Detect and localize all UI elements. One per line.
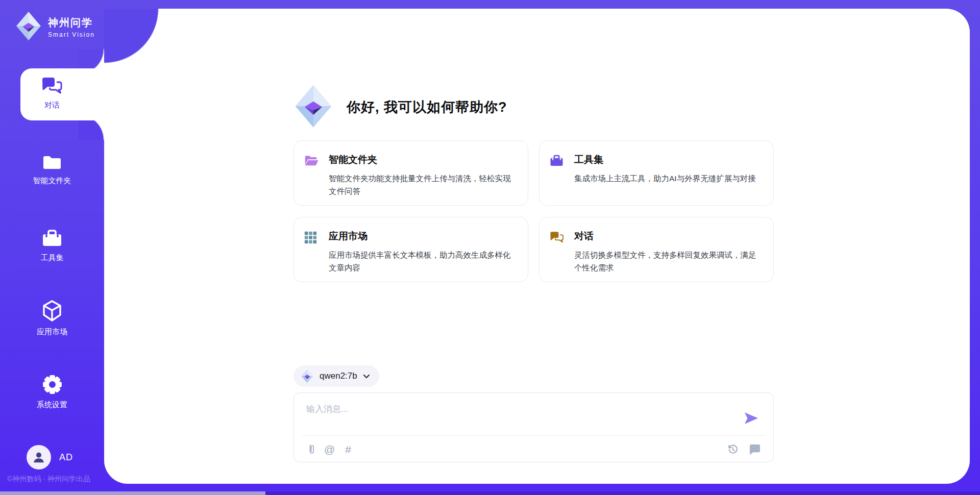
- sidebar-item-chat[interactable]: 对话: [0, 77, 104, 110]
- paperclip-icon[interactable]: [306, 443, 314, 455]
- brand-subtitle: Smart Vision: [48, 31, 95, 38]
- gear-icon: [42, 375, 62, 397]
- sidebar-item-settings[interactable]: 系统设置: [0, 375, 104, 410]
- hash-icon[interactable]: #: [345, 444, 351, 455]
- cube-icon: [42, 300, 62, 324]
- sidebar: 神州问学 Smart Vision 对话 智能文件夹: [0, 0, 104, 495]
- toolbox-icon: [550, 153, 565, 205]
- horizontal-scrollbar[interactable]: [0, 491, 980, 495]
- sidebar-item-label: 系统设置: [0, 400, 104, 410]
- card-chat[interactable]: 对话 灵活切换多模型文件，支持多样回复效果调试，满足个性化需求: [539, 217, 774, 282]
- chat-icon: [41, 77, 63, 97]
- sidebar-item-label: 智能文件夹: [0, 176, 104, 186]
- card-toolset[interactable]: 工具集 集成市场上主流工具，助力AI与外界无缝扩展与对接: [539, 140, 774, 206]
- card-smart-folder[interactable]: 智能文件夹 智能文件夹功能支持批量文件上传与清洗，轻松实现文件问答: [293, 140, 528, 206]
- grid-icon: [304, 230, 320, 282]
- user-initials: AD: [59, 452, 73, 463]
- app-logo-icon: [293, 84, 333, 130]
- card-app-market[interactable]: 应用市场 应用市场提供丰富长文本模板，助力高效生成多样化文章内容: [293, 217, 528, 282]
- toolbox-icon: [42, 229, 62, 250]
- copyright-text: ©神州数码 · 神州问学出品: [7, 475, 90, 484]
- sidebar-item-toolset[interactable]: 工具集: [0, 229, 104, 263]
- brand-name: 神州问学: [48, 16, 95, 30]
- card-title: 智能文件夹: [329, 153, 516, 166]
- card-title: 应用市场: [329, 230, 516, 243]
- sidebar-item-smart-folder[interactable]: 智能文件夹: [0, 154, 104, 186]
- send-icon[interactable]: [744, 411, 759, 427]
- at-icon[interactable]: @: [324, 444, 335, 455]
- model-selector[interactable]: qwen2:7b: [293, 365, 379, 387]
- diamond-logo-icon: [15, 11, 42, 43]
- sidebar-item-app-market[interactable]: 应用市场: [0, 300, 104, 337]
- message-composer: @ #: [293, 392, 774, 462]
- greeting-block: 你好, 我可以如何帮助你?: [293, 84, 507, 130]
- person-icon: [32, 451, 45, 464]
- feature-cards: 智能文件夹 智能文件夹功能支持批量文件上传与清洗，轻松实现文件问答 工具集: [293, 140, 774, 282]
- card-description: 智能文件夹功能支持批量文件上传与清洗，轻松实现文件问答: [329, 172, 516, 197]
- model-logo-icon: [301, 369, 314, 383]
- chevron-down-icon: [363, 374, 370, 379]
- comment-icon[interactable]: [749, 443, 761, 455]
- avatar: [27, 445, 51, 469]
- card-description: 集成市场上主流工具，助力AI与外界无缝扩展与对接: [574, 172, 756, 185]
- sidebar-item-label: 应用市场: [0, 327, 104, 337]
- composer-toolbar: @ #: [306, 436, 761, 462]
- main-panel: 你好, 我可以如何帮助你? 智能文件夹 智能文件夹功能支持批量文件上传与清洗，轻…: [104, 9, 970, 484]
- folder-open-icon: [304, 153, 320, 205]
- card-description: 灵活切换多模型文件，支持多样回复效果调试，满足个性化需求: [574, 249, 761, 274]
- card-description: 应用市场提供丰富长文本模板，助力高效生成多样化文章内容: [329, 249, 516, 274]
- card-title: 工具集: [574, 153, 756, 166]
- user-account[interactable]: AD: [27, 445, 73, 469]
- greeting-title: 你好, 我可以如何帮助你?: [347, 98, 507, 116]
- history-icon[interactable]: [727, 443, 739, 455]
- card-title: 对话: [574, 230, 761, 243]
- sidebar-item-label: 工具集: [0, 253, 104, 263]
- message-input[interactable]: [306, 403, 740, 432]
- model-name: qwen2:7b: [320, 371, 357, 381]
- chat-icon: [550, 230, 565, 282]
- folder-icon: [42, 154, 62, 172]
- panel-corner-fillet: [104, 9, 159, 64]
- sidebar-item-label: 对话: [0, 101, 104, 110]
- brand: 神州问学 Smart Vision: [15, 11, 95, 43]
